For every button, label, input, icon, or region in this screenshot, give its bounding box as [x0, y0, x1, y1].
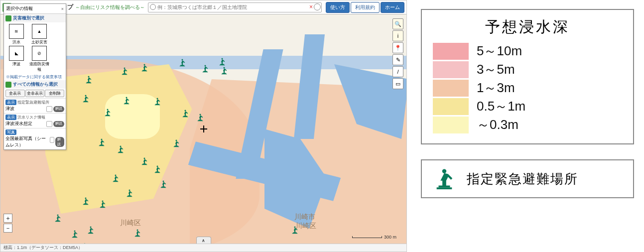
evac-marker[interactable]	[84, 75, 93, 84]
legend-swatch	[433, 117, 469, 133]
status-footer: 標高：1.1m（データソース：DEM5A）	[0, 244, 406, 252]
evac-marker[interactable]	[153, 165, 162, 174]
section-chip-icon	[5, 15, 11, 21]
map-tool-1[interactable]: i	[392, 30, 403, 41]
layer-visibility-toggle[interactable]	[46, 106, 52, 112]
evac-marker[interactable]	[111, 174, 120, 183]
disaster-icon-label: 津波	[12, 61, 20, 67]
flood-zone-03m	[105, 94, 160, 139]
howto-button[interactable]: 使い方	[326, 2, 350, 13]
map-tool-4[interactable]: /	[392, 66, 403, 77]
evac-marker[interactable]	[218, 57, 227, 66]
layer-visibility-toggle[interactable]	[50, 137, 54, 143]
collapse-panel-icon[interactable]: ∧	[196, 237, 211, 244]
terms-button[interactable]: 利用規約	[351, 2, 380, 13]
layer-side-panel: 選択中の情報 × 災害種別で選択 ≋洪水▲土砂災害◣津波⊘道路防災情報 ※掲載デ…	[3, 3, 66, 150]
svg-point-38	[129, 190, 130, 191]
hazard-map-app: 重 重ねるハザードマップ ～自由にリスク情報を調べる～ × 使い方 利用規約 ホ…	[0, 0, 407, 252]
disaster-icon-1[interactable]: ▲土砂災害	[28, 24, 50, 45]
disaster-icon-3[interactable]: ⊘道路防災情報	[28, 46, 50, 72]
evac-marker[interactable]	[120, 67, 129, 76]
evac-marker[interactable]	[153, 97, 162, 106]
svg-point-56	[294, 227, 296, 228]
svg-point-44	[102, 201, 104, 202]
evac-marker[interactable]	[53, 214, 62, 223]
map-tool-3[interactable]: ✎	[392, 54, 403, 65]
evac-marker[interactable]	[290, 226, 299, 235]
section-chip-icon-2	[5, 82, 11, 88]
svg-rect-55	[135, 236, 140, 237]
evac-marker[interactable]	[220, 66, 229, 75]
evac-marker[interactable]	[201, 64, 210, 73]
evac-marker[interactable]	[97, 138, 106, 147]
flood-depth-legend: 予想浸水深 5～10m3～5m1～3m0.5～1m～0.3m	[421, 9, 634, 144]
zoom-out-button[interactable]: －	[3, 224, 12, 233]
app-subtitle: ～自由にリスク情報を調べる～	[75, 4, 145, 11]
home-button[interactable]: ホーム	[381, 2, 404, 13]
layer-legend-button[interactable]: 解説	[55, 137, 64, 147]
evac-marker[interactable]	[98, 200, 107, 209]
search-icon	[150, 4, 156, 10]
evac-marker[interactable]	[81, 197, 90, 206]
search-go-icon[interactable]	[314, 3, 321, 10]
evac-marker[interactable]	[116, 145, 125, 154]
evac-marker[interactable]	[140, 157, 149, 166]
svg-rect-45	[100, 207, 106, 208]
layer-legend-button[interactable]: 解説	[53, 121, 64, 127]
svg-rect-47	[55, 221, 61, 222]
svg-point-18	[126, 97, 128, 99]
search-input[interactable]	[148, 2, 322, 12]
disaster-icon-0[interactable]: ≋洪水	[5, 24, 27, 45]
svg-rect-29	[99, 145, 105, 146]
svg-rect-33	[142, 164, 147, 165]
svg-point-14	[85, 95, 87, 97]
layer-legend-button[interactable]: 解説	[53, 106, 64, 112]
map-tool-0[interactable]: 🔍	[392, 18, 403, 29]
clear-search-icon[interactable]: ×	[309, 3, 313, 10]
evac-marker[interactable]	[172, 139, 181, 148]
svg-rect-57	[292, 233, 298, 234]
legend-title: 予想浸水深	[433, 17, 622, 37]
evac-marker[interactable]	[133, 229, 142, 238]
evac-marker[interactable]	[103, 108, 112, 117]
svg-rect-21	[155, 105, 160, 105]
svg-point-6	[182, 59, 183, 61]
svg-rect-11	[220, 65, 225, 65]
evac-marker[interactable]	[181, 109, 190, 118]
svg-point-10	[222, 58, 223, 60]
elevation-readout: 標高：1.1m（データソース：DEM5A）	[3, 245, 83, 250]
section-disaster-label: 災害種別で選択	[13, 15, 44, 21]
evac-marker[interactable]	[70, 230, 79, 239]
evac-marker[interactable]	[140, 63, 149, 72]
map-tool-5[interactable]: ▭	[392, 78, 403, 89]
legend-swatch	[433, 61, 469, 78]
evac-marker[interactable]	[159, 180, 168, 189]
data-notice-link[interactable]: ※掲載データに関する留意事項	[4, 74, 66, 80]
zoom-in-button[interactable]: ＋	[3, 214, 12, 223]
close-panel-icon[interactable]: ×	[61, 6, 64, 11]
layer-visibility-toggle[interactable]	[46, 121, 52, 127]
evac-marker[interactable]	[125, 189, 134, 198]
svg-rect-59	[437, 187, 452, 189]
evac-marker[interactable]	[86, 226, 95, 235]
legend-swatch	[433, 98, 469, 115]
evac-marker[interactable]	[81, 94, 90, 103]
scale-bar-line	[352, 236, 382, 238]
evac-marker[interactable]	[178, 58, 187, 67]
evac-site-legend: 指定緊急避難場所	[421, 159, 634, 198]
layer-tag: 表示	[5, 115, 16, 120]
evac-marker[interactable]	[122, 96, 131, 105]
svg-point-46	[57, 215, 59, 216]
hide-all-button[interactable]: 全非表示	[25, 90, 45, 97]
legend-column: 予想浸水深 5～10m3～5m1～3m0.5～1m～0.3m 指定緊急避難場所	[407, 0, 644, 252]
show-all-button[interactable]: 全表示	[5, 90, 25, 97]
evac-marker[interactable]	[196, 113, 205, 122]
disaster-icon-label: 土砂災害	[31, 39, 47, 45]
svg-rect-31	[118, 152, 124, 153]
layer-name: 津波	[5, 106, 14, 112]
svg-point-8	[205, 65, 206, 67]
clear-all-button[interactable]: 全削除	[45, 90, 64, 97]
disaster-icon-2[interactable]: ◣津波	[5, 46, 27, 72]
map-tool-2[interactable]: 📍	[392, 42, 403, 53]
svg-rect-53	[88, 233, 94, 234]
